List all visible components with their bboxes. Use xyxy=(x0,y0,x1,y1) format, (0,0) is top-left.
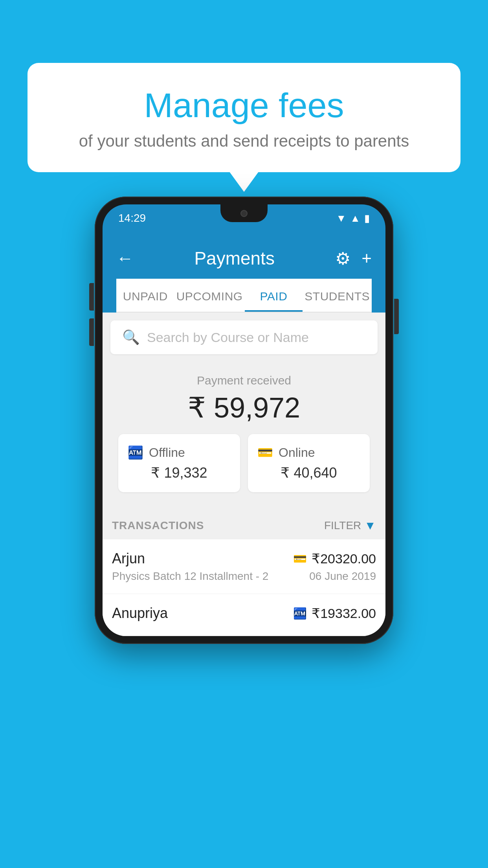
online-label: Online xyxy=(279,445,315,460)
payment-label: Payment received xyxy=(110,374,378,387)
offline-label: Offline xyxy=(149,445,185,460)
tab-unpaid[interactable]: UNPAID xyxy=(116,279,174,312)
filter-icon: ▼ xyxy=(364,519,376,532)
offline-icon: 🏧 xyxy=(128,445,143,460)
transaction-name: Arjun xyxy=(112,550,145,567)
transaction-row[interactable]: Anupriya 🏧 ₹19332.00 xyxy=(103,594,385,636)
offline-card-top: 🏧 Offline xyxy=(128,445,231,460)
speech-bubble: Manage fees of your students and send re… xyxy=(28,63,460,172)
power-button xyxy=(394,299,399,334)
header-title: Payments xyxy=(194,248,275,269)
notch xyxy=(220,204,268,222)
transaction-date: 06 June 2019 xyxy=(309,570,376,583)
online-card-top: 💳 Online xyxy=(257,445,360,460)
add-icon[interactable]: + xyxy=(361,248,372,268)
transaction-amount-wrap: 🏧 ₹19332.00 xyxy=(293,605,376,621)
transaction-row[interactable]: Arjun 💳 ₹20320.00 Physics Batch 12 Insta… xyxy=(103,539,385,594)
camera xyxy=(240,210,248,217)
header-actions: ⚙ + xyxy=(335,248,372,268)
phone-outer: 14:29 ▼ ▲ ▮ ← Payments ⚙ + xyxy=(95,197,393,644)
volume-down-button xyxy=(89,318,94,346)
transaction-desc: Physics Batch 12 Installment - 2 xyxy=(112,570,268,583)
transaction-top: Anupriya 🏧 ₹19332.00 xyxy=(112,605,376,622)
settings-icon[interactable]: ⚙ xyxy=(335,248,350,268)
filter-text: FILTER xyxy=(324,519,361,532)
app-screen: ← Payments ⚙ + UNPAID UPCOMING PAID STUD… xyxy=(103,232,385,636)
phone-wrapper: 14:29 ▼ ▲ ▮ ← Payments ⚙ + xyxy=(95,197,393,644)
tab-paid[interactable]: PAID xyxy=(245,279,303,312)
back-button[interactable]: ← xyxy=(116,248,134,268)
transaction-amount-wrap: 💳 ₹20320.00 xyxy=(293,551,376,566)
speech-bubble-subtitle: of your students and send receipts to pa… xyxy=(47,132,441,151)
transaction-top: Arjun 💳 ₹20320.00 xyxy=(112,550,376,567)
search-icon: 🔍 xyxy=(122,329,140,346)
tabs: UNPAID UPCOMING PAID STUDENTS xyxy=(116,279,372,313)
search-input[interactable]: Search by Course or Name xyxy=(147,330,309,345)
payment-summary: Payment received ₹ 59,972 🏧 Offline ₹ 19… xyxy=(103,362,385,512)
online-icon: 💳 xyxy=(257,445,273,460)
battery-icon: ▮ xyxy=(364,212,370,224)
payment-cards: 🏧 Offline ₹ 19,332 💳 Online ₹ 40,640 xyxy=(110,434,378,504)
app-header: ← Payments ⚙ + UNPAID UPCOMING PAID STUD… xyxy=(103,232,385,313)
transaction-name: Anupriya xyxy=(112,605,168,622)
status-bar: 14:29 ▼ ▲ ▮ xyxy=(103,204,385,232)
online-card: 💳 Online ₹ 40,640 xyxy=(248,434,370,492)
search-bar[interactable]: 🔍 Search by Course or Name xyxy=(110,320,378,354)
transaction-payment-icon: 🏧 xyxy=(293,607,307,620)
tab-upcoming[interactable]: UPCOMING xyxy=(174,279,245,312)
tab-students[interactable]: STUDENTS xyxy=(303,279,372,312)
online-amount: ₹ 40,640 xyxy=(257,465,360,481)
speech-bubble-title: Manage fees xyxy=(47,86,441,125)
signal-icon: ▲ xyxy=(350,212,360,224)
transactions-header: TRANSACTIONS FILTER ▼ xyxy=(103,512,385,539)
offline-amount: ₹ 19,332 xyxy=(128,465,231,481)
status-icons: ▼ ▲ ▮ xyxy=(336,212,370,224)
app-header-row: ← Payments ⚙ + xyxy=(116,240,372,279)
filter-button[interactable]: FILTER ▼ xyxy=(324,519,376,532)
transaction-amount: ₹20320.00 xyxy=(312,551,376,566)
wifi-icon: ▼ xyxy=(336,212,347,224)
transaction-bottom: Physics Batch 12 Installment - 2 06 June… xyxy=(112,570,376,583)
transactions-label: TRANSACTIONS xyxy=(112,519,204,532)
offline-card: 🏧 Offline ₹ 19,332 xyxy=(118,434,240,492)
transaction-amount: ₹19332.00 xyxy=(312,605,376,621)
payment-amount: ₹ 59,972 xyxy=(110,391,378,424)
transaction-payment-icon: 💳 xyxy=(293,552,307,565)
status-time: 14:29 xyxy=(118,212,146,224)
volume-up-button xyxy=(89,283,94,311)
